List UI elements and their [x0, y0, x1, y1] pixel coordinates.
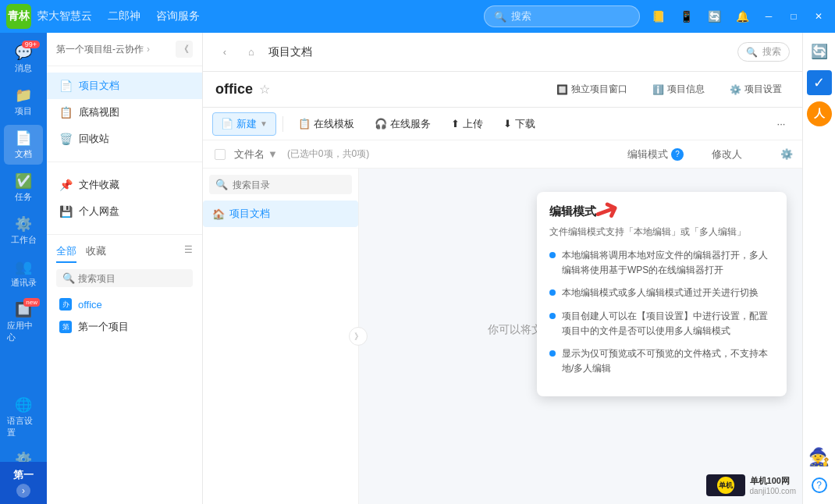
toolbar-separator-1: [282, 116, 283, 132]
standalone-icon: 🔲: [556, 84, 568, 95]
sidebar-label-messages: 消息: [15, 62, 32, 74]
project-list-item-office[interactable]: 办 office: [56, 293, 193, 315]
edge-avatar[interactable]: 人: [807, 101, 832, 126]
refresh-icon[interactable]: 🔄: [702, 5, 726, 28]
calendar-icon[interactable]: 📱: [674, 5, 698, 28]
sidebar-item-appcenter[interactable]: new 🔲 应用中心: [4, 296, 43, 348]
sidebar-item-language[interactable]: 🌐 语言设置: [4, 392, 43, 443]
back-button[interactable]: ‹: [215, 43, 234, 62]
tooltip-title: 编辑模式: [549, 204, 774, 219]
project-info-button[interactable]: ℹ️ 项目信息: [645, 80, 712, 99]
titlebar-controls: 📒 📱 🔄 🔔 ─ □ ✕: [646, 5, 829, 28]
standalone-label: 独立项目窗口: [571, 83, 627, 96]
collapse-sidebar-button[interactable]: 《: [176, 41, 193, 58]
bottom-nav-item[interactable]: 第一 ›: [0, 462, 47, 504]
tooltip-item-3: 项目创建人可以在【项目设置】中进行设置，配置项目中的文件是否可以使用多人编辑模式: [549, 309, 774, 339]
online-service-button[interactable]: 🎧 在线服务: [366, 112, 439, 136]
menu-view-label: 底稿视图: [79, 105, 119, 119]
column-settings-icon[interactable]: ⚙️: [780, 148, 793, 160]
upload-label: 上传: [463, 117, 483, 131]
second-sidebar: 第一个项目组-云协作 › 《 📄 项目文档 📋 底稿视图 🗑️ 回收站 📌 文件…: [47, 33, 203, 504]
edge-sync-icon[interactable]: 🔄: [807, 39, 832, 64]
bottom-nav-arrow: ›: [16, 484, 30, 498]
nav-menu-2: 📌 文件收藏 💾 个人网盘: [47, 165, 202, 231]
project-path: 第一个项目组-云协作 ›: [56, 43, 150, 56]
second-sidebar-header: 第一个项目组-云协作 › 《: [47, 33, 202, 66]
watermark-logo-inner: 单机: [717, 477, 734, 494]
tree-item-projdoc[interactable]: 🏠 项目文档: [203, 201, 358, 227]
nav-menu-item-disk[interactable]: 💾 个人网盘: [47, 198, 202, 225]
nav-menu-item-docs[interactable]: 📄 项目文档: [47, 73, 202, 99]
bottom-nav-label: 第一: [13, 468, 34, 482]
breadcrumb-search-icon: 🔍: [746, 47, 758, 58]
tooltip-popup: 编辑模式 文件编辑模式支持「本地编辑」或「多人编辑」 本地编辑将调用本地对应文件…: [537, 192, 787, 396]
sidebar-item-messages[interactable]: 99+ 💬 消息: [4, 39, 43, 79]
project-bullet-first: 第: [59, 321, 72, 333]
tooltip-text-2: 本地编辑模式或多人编辑模式通过开关进行切换: [562, 286, 759, 300]
nav-item-erlang[interactable]: 二郎神: [108, 9, 140, 23]
sidebar-item-contacts[interactable]: 👥 通讯录: [4, 254, 43, 293]
tab-collect[interactable]: 收藏: [86, 244, 106, 263]
col-modifier-header: 修改人: [712, 147, 774, 161]
menu-recycle-icon: 🗑️: [59, 133, 73, 145]
upload-button[interactable]: ⬆ 上传: [442, 112, 492, 136]
nav-item-rongda[interactable]: 荣大智慧云: [37, 9, 92, 23]
sticky-note-icon[interactable]: 📒: [646, 5, 670, 28]
nav-menu-item-recycle[interactable]: 🗑️ 回收站: [47, 126, 202, 152]
left-search-input[interactable]: [233, 179, 346, 190]
nav-item-consult[interactable]: 咨询服务: [156, 9, 200, 23]
tab-all[interactable]: 全部: [56, 244, 76, 263]
breadcrumb-search[interactable]: 🔍 搜索: [737, 42, 790, 62]
bell-icon[interactable]: 🔔: [730, 5, 754, 28]
sort-arrow-icon: ▼: [268, 148, 278, 160]
maximize-button[interactable]: □: [783, 6, 804, 27]
page-header: ‹ ⌂ 项目文档 🔍 搜索: [203, 33, 802, 72]
app-logo: 青林: [6, 4, 31, 29]
checkbox-box: [215, 149, 226, 160]
favorite-star-icon[interactable]: ☆: [259, 82, 270, 97]
sidebar-item-tasks[interactable]: ✅ 任务: [4, 168, 43, 208]
project-list-item-first[interactable]: 第 第一个项目: [56, 315, 193, 339]
project-settings-button[interactable]: ⚙️ 项目设置: [722, 80, 790, 99]
titlebar: 青林 荣大智慧云 二郎神 咨询服务 🔍 搜索 📒 📱 🔄 🔔 ─ □ ✕: [0, 0, 835, 33]
project-path-text: 第一个项目组-云协作: [56, 43, 144, 56]
left-panel-search[interactable]: 🔍: [209, 175, 352, 194]
select-all-checkbox[interactable]: [212, 149, 228, 160]
project-search-box[interactable]: 🔍: [56, 269, 193, 287]
collapse-left-button[interactable]: 》: [349, 327, 368, 346]
download-button[interactable]: ⬇ 下载: [495, 112, 544, 136]
close-button[interactable]: ✕: [808, 6, 829, 27]
sidebar-item-workbench[interactable]: ⚙️ 工作台: [4, 211, 43, 250]
minimize-button[interactable]: ─: [759, 6, 779, 27]
sidebar-item-project[interactable]: 📁 项目: [4, 82, 43, 122]
tasks-icon: ✅: [15, 172, 32, 190]
edge-character-icon[interactable]: 🧙: [807, 445, 832, 470]
standalone-window-button[interactable]: 🔲 独立项目窗口: [549, 80, 635, 99]
sort-button[interactable]: ☰: [184, 244, 193, 263]
project-search-input[interactable]: [78, 273, 187, 284]
left-sidebar: 99+ 💬 消息 📁 项目 📄 文档 ✅ 任务 ⚙️ 工作台 👥 通讯录 new…: [0, 33, 47, 504]
editmode-help-icon[interactable]: ?: [671, 148, 684, 161]
left-search-icon: 🔍: [215, 179, 228, 190]
online-template-button[interactable]: 📋 在线模板: [290, 112, 363, 136]
tooltip-text-1: 本地编辑将调用本地对应文件的编辑器打开，多人编辑将使用基于WPS的在线编辑器打开: [562, 248, 774, 278]
sidebar-item-docs[interactable]: 📄 文档: [4, 125, 43, 165]
sidebar-label-tasks: 任务: [15, 191, 32, 203]
more-button[interactable]: ···: [769, 112, 793, 136]
modifier-label: 修改人: [712, 148, 742, 160]
nav-menu-item-filecollect[interactable]: 📌 文件收藏: [47, 172, 202, 198]
menu-disk-label: 个人网盘: [79, 204, 119, 218]
nav-menu: 📄 项目文档 📋 底稿视图 🗑️ 回收站: [47, 66, 202, 158]
edge-help-icon[interactable]: ?: [807, 473, 832, 498]
nav-menu-item-view[interactable]: 📋 底稿视图: [47, 99, 202, 126]
settings-icon: ⚙️: [730, 84, 741, 95]
selected-count: (已选中0项，共0项): [287, 147, 369, 161]
home-button[interactable]: ⌂: [242, 43, 261, 62]
menu-recycle-label: 回收站: [79, 132, 109, 146]
project-label-first: 第一个项目: [78, 320, 129, 334]
titlebar-search[interactable]: 🔍 搜索: [484, 5, 640, 27]
edge-check-icon[interactable]: ✓: [807, 70, 832, 95]
tree-item-label: 项目文档: [229, 207, 270, 221]
new-button[interactable]: 📄 新建 ▼: [212, 112, 276, 136]
col-editmode-header[interactable]: 编辑模式 ?: [627, 147, 705, 161]
